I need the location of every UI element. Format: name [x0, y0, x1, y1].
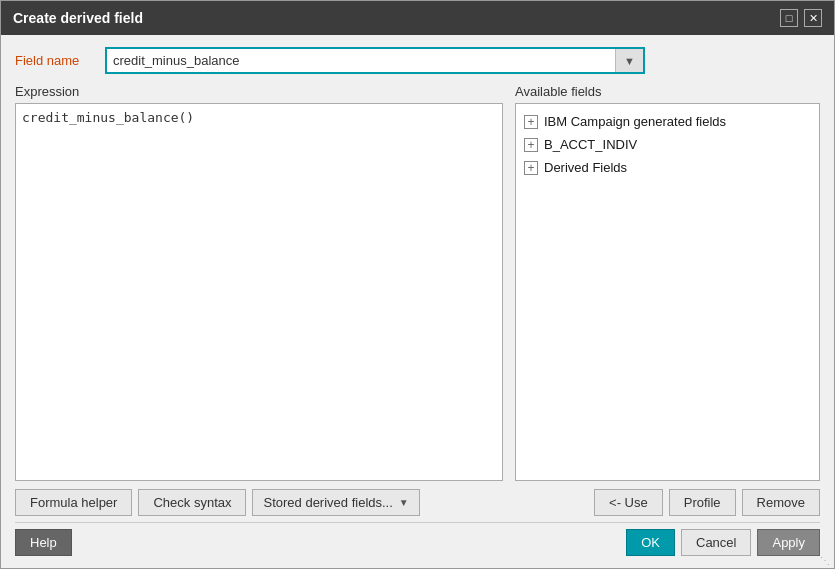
use-button[interactable]: <- Use: [594, 489, 663, 516]
field-name-input-wrap: ▼: [105, 47, 645, 74]
profile-button[interactable]: Profile: [669, 489, 736, 516]
available-fields-box: + IBM Campaign generated fields + B_ACCT…: [515, 103, 820, 481]
expand-icon: +: [524, 115, 538, 129]
footer-right: OK Cancel Apply: [626, 529, 820, 556]
help-button[interactable]: Help: [15, 529, 72, 556]
field-item-label: IBM Campaign generated fields: [544, 114, 726, 129]
bottom-toolbar: Formula helper Check syntax Stored deriv…: [15, 481, 820, 522]
title-bar-controls: □ ✕: [780, 9, 822, 27]
close-button[interactable]: ✕: [804, 9, 822, 27]
field-item-label: Derived Fields: [544, 160, 627, 175]
remove-button[interactable]: Remove: [742, 489, 820, 516]
chevron-down-icon: ▼: [399, 497, 409, 508]
cancel-button[interactable]: Cancel: [681, 529, 751, 556]
expand-icon: +: [524, 138, 538, 152]
footer-left: Help: [15, 529, 72, 556]
dialog-content: Field name ▼ Expression Available fields: [1, 35, 834, 568]
right-panel: Available fields + IBM Campaign generate…: [515, 84, 820, 481]
stored-derived-fields-label: Stored derived fields...: [263, 495, 392, 510]
panels-row: Expression Available fields + IBM Campai…: [15, 84, 820, 481]
field-name-row: Field name ▼: [15, 47, 820, 74]
available-fields-label: Available fields: [515, 84, 820, 99]
chevron-down-icon: ▼: [624, 55, 635, 67]
title-bar: Create derived field □ ✕: [1, 1, 834, 35]
expression-label: Expression: [15, 84, 503, 99]
footer-row: Help OK Cancel Apply: [15, 522, 820, 560]
bottom-left-buttons: Formula helper Check syntax Stored deriv…: [15, 489, 420, 516]
apply-button[interactable]: Apply: [757, 529, 820, 556]
ok-button[interactable]: OK: [626, 529, 675, 556]
expand-icon: +: [524, 161, 538, 175]
field-item-label: B_ACCT_INDIV: [544, 137, 637, 152]
left-panel: Expression: [15, 84, 503, 481]
dialog-title: Create derived field: [13, 10, 143, 26]
formula-helper-button[interactable]: Formula helper: [15, 489, 132, 516]
list-item[interactable]: + IBM Campaign generated fields: [522, 110, 813, 133]
list-item[interactable]: + B_ACCT_INDIV: [522, 133, 813, 156]
check-syntax-button[interactable]: Check syntax: [138, 489, 246, 516]
minimize-button[interactable]: □: [780, 9, 798, 27]
field-name-dropdown-button[interactable]: ▼: [615, 49, 643, 72]
list-item[interactable]: + Derived Fields: [522, 156, 813, 179]
bottom-right-buttons: <- Use Profile Remove: [594, 489, 820, 516]
field-name-input[interactable]: [107, 49, 615, 72]
expression-textarea[interactable]: [15, 103, 503, 481]
stored-derived-fields-button[interactable]: Stored derived fields... ▼: [252, 489, 419, 516]
field-name-label: Field name: [15, 53, 95, 68]
create-derived-field-dialog: Create derived field □ ✕ Field name ▼ Ex…: [0, 0, 835, 569]
resize-handle[interactable]: ⋱: [820, 555, 830, 566]
